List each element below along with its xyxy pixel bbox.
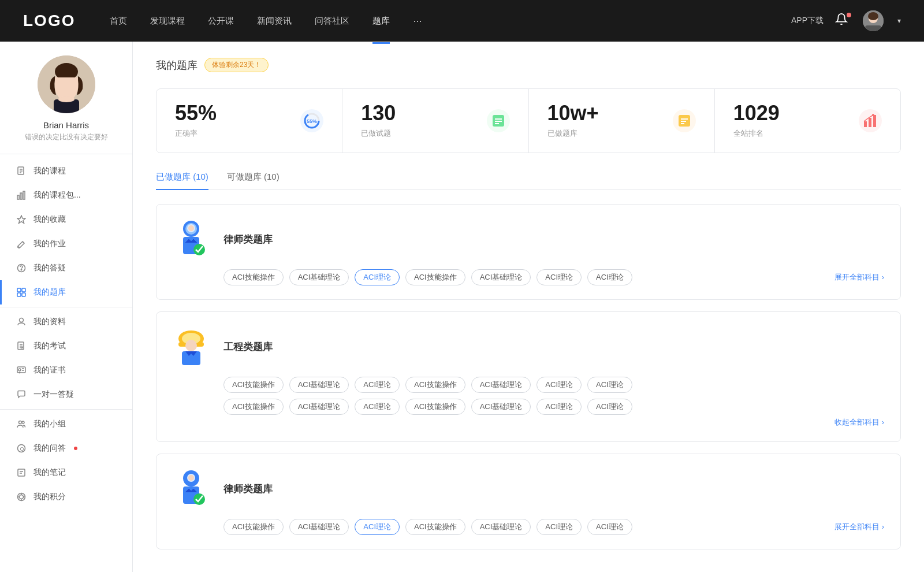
bank-3-tag-6[interactable]: ACI理论 [587,519,632,535]
svg-point-38 [22,421,24,424]
sidebar-label-favorites: 我的收藏 [33,214,66,225]
stat-accuracy-label: 正确率 [175,128,217,139]
bank-1-tag-2[interactable]: ACI理论 [355,269,400,285]
nav-qa[interactable]: 问答社区 [315,13,349,29]
stat-ranking-value: 1029 [733,103,780,124]
stat-ranking-left: 1029 全站排名 [733,103,780,139]
sidebar-item-one-on-one[interactable]: 一对一答疑 [0,382,132,407]
sidebar-item-bank[interactable]: 我的题库 [0,280,132,304]
tab-done-banks[interactable]: 已做题库 (10) [156,172,208,190]
sidebar-item-my-qa[interactable]: Q 我的问答 [0,436,132,460]
sidebar-item-points[interactable]: 我的积分 [0,485,132,509]
bank-3-tag-4[interactable]: ACI基础理论 [471,519,531,535]
bank-2-tag-0[interactable]: ACI技能操作 [223,377,284,393]
user-dropdown-arrow[interactable]: ▾ [897,17,901,25]
bank-1-tag-1[interactable]: ACI基础理论 [289,269,349,285]
logo: LOGO [23,12,75,30]
sidebar-item-groups[interactable]: 我的小组 [0,412,132,436]
star-icon [16,214,27,225]
svg-point-37 [19,421,22,424]
stat-done-q-left: 130 已做试题 [361,103,396,139]
profile-name: Brian Harris [43,120,89,130]
svg-rect-61 [864,121,867,127]
stats-row: 55% 正确率 55% 130 已做试题 [156,88,901,153]
nav-news[interactable]: 新闻资讯 [257,13,292,29]
bank-title-3: 律师类题库 [223,482,273,496]
bank-1-tag-0[interactable]: ACI技能操作 [223,269,284,285]
sidebar-item-homework[interactable]: 我的作业 [0,232,132,256]
nav-question-bank[interactable]: 题库 [372,13,390,29]
bank-card-2: 工程类题库 ACI技能操作 ACI基础理论 ACI理论 ACI技能操作 ACI基… [156,311,901,442]
svg-point-32 [18,369,21,371]
app-download-link[interactable]: APP下载 [791,16,824,26]
bank-3-expand[interactable]: 展开全部科目 › [834,522,884,532]
sidebar-item-profile[interactable]: 我的资料 [0,310,132,334]
bank-2-tag-4[interactable]: ACI基础理论 [471,377,531,393]
bank-2-tag-r2-2[interactable]: ACI理论 [355,399,400,415]
bank-3-tag-1[interactable]: ACI基础理论 [289,519,349,535]
bank-3-tag-5[interactable]: ACI理论 [536,519,582,535]
svg-point-74 [185,340,197,351]
stat-ranking: 1029 全站排名 [715,89,900,153]
main-content: 我的题库 体验剩余23天！ 55% 正确率 55% [133,42,924,572]
stat-done-b-label: 已做题库 [547,128,599,139]
nav-open-course[interactable]: 公开课 [208,13,234,29]
sidebar-label-profile: 我的资料 [33,317,66,327]
cert-icon [16,365,27,376]
lawyer-icon-3 [173,468,210,510]
notification-bell[interactable] [835,13,851,29]
bank-2-tag-r2-6[interactable]: ACI理论 [587,399,632,415]
tab-available-banks[interactable]: 可做题库 (10) [227,172,280,190]
bank-2-tag-2[interactable]: ACI理论 [355,377,400,393]
svg-rect-24 [17,293,21,296]
bank-3-tag-2[interactable]: ACI理论 [355,519,400,535]
done-b-icon [673,109,696,132]
bank-2-tag-1[interactable]: ACI基础理论 [289,377,349,393]
bank-title-1: 律师类题库 [223,233,273,246]
stat-done-q-value: 130 [361,103,396,124]
bank-1-expand[interactable]: 展开全部科目 › [834,272,884,283]
user-avatar[interactable] [863,10,884,31]
nav-discover[interactable]: 发现课程 [150,13,185,29]
lawyer-icon-1 [173,218,210,260]
nav-home[interactable]: 首页 [110,13,127,29]
qa-icon: Q [16,443,27,454]
qa-notification-dot [74,447,77,450]
stat-accuracy-left: 55% 正确率 [175,103,217,139]
points-icon [16,492,27,502]
bank-2-tag-6[interactable]: ACI理论 [587,377,632,393]
bank-card-3-header: 律师类题库 [173,468,884,510]
sidebar-item-favorites[interactable]: 我的收藏 [0,207,132,232]
bank-3-tag-3[interactable]: ACI技能操作 [405,519,465,535]
bank-card-1: 律师类题库 ACI技能操作 ACI基础理论 ACI理论 ACI技能操作 ACI基… [156,204,901,300]
sidebar-label-questions: 我的答疑 [33,263,66,273]
bank-3-tag-0[interactable]: ACI技能操作 [223,519,284,535]
sidebar-item-questions[interactable]: 我的答疑 [0,256,132,280]
sidebar-item-exam[interactable]: 我的考试 [0,334,132,358]
sidebar-label-exam: 我的考试 [33,341,66,351]
bank-2-tag-r2-0[interactable]: ACI技能操作 [223,399,284,415]
svg-point-69 [188,225,194,231]
bank-1-tag-5[interactable]: ACI理论 [536,269,582,285]
bank-2-tag-r2-3[interactable]: ACI技能操作 [405,399,465,415]
sidebar-item-cert[interactable]: 我的证书 [0,358,132,382]
bank-2-tag-r2-1[interactable]: ACI基础理论 [289,399,349,415]
nav-more[interactable]: ··· [413,15,422,27]
bank-2-tag-r2-5[interactable]: ACI理论 [536,399,582,415]
bank-2-tag-3[interactable]: ACI技能操作 [405,377,465,393]
bank-1-tag-3[interactable]: ACI技能操作 [405,269,465,285]
bank-1-tag-6[interactable]: ACI理论 [587,269,632,285]
sidebar-item-course-pkg[interactable]: 我的课程包... [0,183,132,207]
bank-2-tag-r2-4[interactable]: ACI基础理论 [471,399,531,415]
sidebar-item-notes[interactable]: 我的笔记 [0,460,132,485]
ranking-icon [859,109,882,132]
bank-2-collapse[interactable]: 收起全部科目 › [834,417,884,428]
svg-text:Q: Q [20,446,24,452]
bank-2-tags-row2: ACI技能操作 ACI基础理论 ACI理论 ACI技能操作 ACI基础理论 AC… [223,399,884,415]
sidebar-label-points: 我的积分 [33,492,66,502]
bank-2-tag-5[interactable]: ACI理论 [536,377,582,393]
avatar [38,55,95,113]
bank-1-tag-4[interactable]: ACI基础理论 [471,269,531,285]
stat-done-banks: 10w+ 已做题库 [529,89,715,153]
sidebar-item-courses[interactable]: 我的课程 [0,159,132,183]
